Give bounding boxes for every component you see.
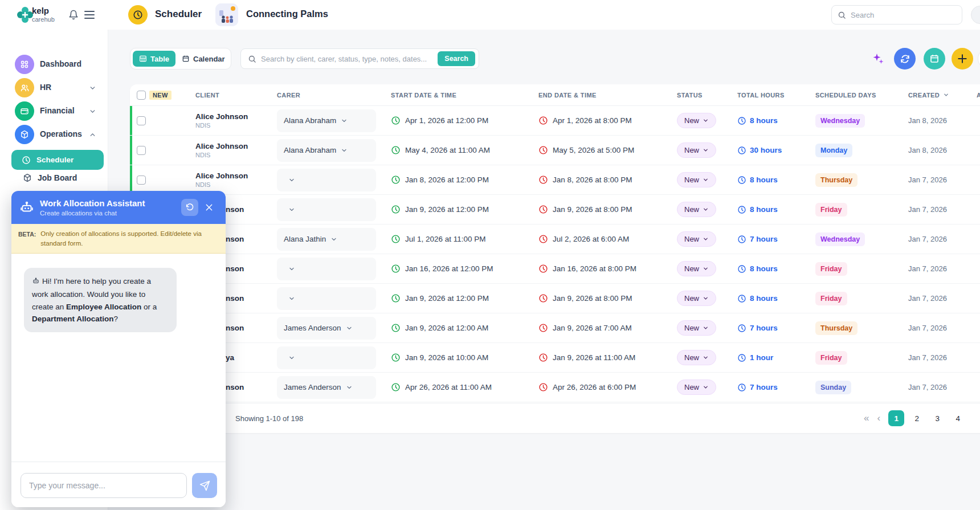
chevron-down-icon bbox=[703, 147, 709, 153]
page-button-2[interactable]: 2 bbox=[909, 410, 925, 426]
carer-select[interactable]: James Anderson bbox=[277, 376, 376, 399]
carer-select[interactable] bbox=[277, 346, 376, 369]
prev-page-button[interactable]: ‹ bbox=[877, 413, 880, 424]
total-hours-cell: 8 hours bbox=[737, 106, 778, 135]
end-clock-icon bbox=[538, 234, 548, 244]
total-hours-cell: 8 hours bbox=[737, 165, 778, 194]
sidebar-item-dashboard[interactable]: Dashboard bbox=[0, 53, 108, 76]
end-datetime-cell: May 5, 2026 at 5:00 PM bbox=[538, 136, 634, 165]
table-search-input[interactable] bbox=[261, 55, 438, 63]
chat-close-button[interactable] bbox=[201, 199, 218, 216]
send-button[interactable] bbox=[192, 473, 217, 498]
calendar-action-button[interactable] bbox=[924, 48, 945, 70]
start-clock-icon bbox=[391, 264, 401, 274]
hours-clock-icon bbox=[737, 294, 746, 303]
select-all-checkbox[interactable] bbox=[137, 84, 146, 105]
status-value: New bbox=[684, 324, 699, 332]
toolbar-partial-button[interactable] bbox=[978, 48, 980, 70]
calendar-view-button[interactable]: Calendar bbox=[175, 51, 231, 67]
total-hours-cell: 8 hours bbox=[737, 254, 778, 283]
hours-clock-icon bbox=[737, 176, 746, 185]
table-row: nson James Anderson Jan 9, 2026 at 12:00… bbox=[130, 313, 980, 343]
topbar-partial-button[interactable] bbox=[971, 6, 980, 24]
refresh-button[interactable] bbox=[894, 48, 916, 70]
global-search bbox=[831, 5, 962, 25]
row-checkbox[interactable] bbox=[137, 136, 146, 165]
sidebar-label-financial: Financial bbox=[40, 106, 75, 115]
created-cell: Jan 7, 2026 bbox=[908, 165, 947, 194]
menu-hamburger-icon[interactable] bbox=[84, 11, 95, 19]
ai-sparkles-icon[interactable] bbox=[867, 48, 889, 70]
start-clock-icon bbox=[391, 145, 401, 155]
status-select[interactable]: New bbox=[677, 113, 716, 128]
carer-select[interactable] bbox=[277, 198, 376, 221]
status-select[interactable]: New bbox=[677, 202, 716, 217]
end-datetime-cell: Apr 1, 2026 at 8:00 PM bbox=[538, 106, 632, 135]
created-cell: Jan 7, 2026 bbox=[908, 195, 947, 224]
end-datetime-cell: Jan 16, 2026 at 8:00 PM bbox=[538, 254, 636, 283]
hours-clock-icon bbox=[737, 116, 746, 125]
status-cell: New bbox=[677, 195, 716, 224]
total-hours-cell: 7 hours bbox=[737, 225, 778, 254]
carer-name: James Anderson bbox=[284, 383, 341, 391]
global-search-input[interactable] bbox=[851, 11, 948, 19]
table-view-button[interactable]: Table bbox=[133, 51, 175, 67]
chevron-down-icon bbox=[703, 384, 709, 390]
status-select[interactable]: New bbox=[677, 380, 716, 395]
beta-notice: BETA: Only creation of allocations is su… bbox=[11, 224, 226, 254]
scheduled-day-cell: Thursday bbox=[815, 313, 858, 342]
sidebar-item-operations[interactable]: Operations bbox=[0, 123, 108, 146]
robot-icon bbox=[32, 276, 40, 288]
start-clock-icon bbox=[391, 175, 401, 185]
carer-select[interactable]: James Anderson bbox=[277, 317, 376, 340]
total-hours-cell: 1 hour bbox=[737, 343, 773, 372]
chevron-down-icon bbox=[89, 84, 96, 92]
client-cell: Alice Johnson NDIS bbox=[195, 106, 248, 135]
client-name: Alice Johnson bbox=[195, 112, 248, 121]
carer-select[interactable]: Alana Abraham bbox=[277, 139, 376, 162]
page-button-4[interactable]: 4 bbox=[950, 410, 966, 426]
page-title: Scheduler bbox=[155, 9, 202, 20]
page-button-1[interactable]: 1 bbox=[888, 410, 904, 426]
row-checkbox[interactable] bbox=[137, 106, 146, 135]
carer-select[interactable] bbox=[277, 258, 376, 280]
sidebar-item-job-board[interactable]: Job Board bbox=[23, 173, 77, 182]
hours-clock-icon bbox=[737, 205, 746, 214]
carer-select[interactable]: Alana Jathin bbox=[277, 228, 376, 251]
chat-reset-button[interactable] bbox=[181, 199, 198, 216]
add-allocation-button[interactable] bbox=[952, 48, 973, 70]
chat-message-input[interactable] bbox=[21, 473, 187, 498]
status-select[interactable]: New bbox=[677, 142, 716, 158]
client-cell: Alice Johnson NDIS bbox=[195, 165, 248, 194]
view-toggle: Table Calendar bbox=[130, 48, 231, 70]
row-checkbox[interactable] bbox=[137, 165, 146, 194]
page-button-3[interactable]: 3 bbox=[929, 410, 945, 426]
status-select[interactable]: New bbox=[677, 291, 716, 306]
sidebar-item-financial[interactable]: Financial bbox=[0, 100, 108, 123]
chevron-down-icon bbox=[703, 177, 709, 183]
end-clock-icon bbox=[538, 293, 548, 303]
status-cell: New bbox=[677, 136, 716, 165]
status-select[interactable]: New bbox=[677, 320, 716, 336]
col-scheduled-days: SCHEDULED DAYS bbox=[815, 84, 876, 105]
status-select[interactable]: New bbox=[677, 172, 716, 187]
scheduled-day-pill: Monday bbox=[815, 144, 852, 157]
scheduled-day-pill: Wednesday bbox=[815, 114, 865, 128]
col-created-sort[interactable]: CREATED bbox=[908, 84, 949, 105]
search-button[interactable]: Search bbox=[438, 51, 475, 66]
sidebar-label-scheduler: Scheduler bbox=[36, 156, 74, 164]
start-clock-icon bbox=[391, 116, 401, 125]
table-search: Search bbox=[240, 48, 479, 69]
carer-select[interactable] bbox=[277, 169, 376, 191]
notifications-bell-icon[interactable] bbox=[68, 10, 79, 20]
first-page-button[interactable]: « bbox=[864, 413, 869, 424]
status-select[interactable]: New bbox=[677, 231, 716, 247]
carer-name: James Anderson bbox=[284, 324, 341, 332]
status-select[interactable]: New bbox=[677, 261, 716, 276]
carer-select[interactable]: Alana Abraham bbox=[277, 109, 376, 132]
status-select[interactable]: New bbox=[677, 350, 716, 365]
sidebar-item-hr[interactable]: HR bbox=[0, 76, 108, 99]
scheduled-day-cell: Monday bbox=[815, 136, 852, 165]
sidebar-item-scheduler[interactable]: Scheduler bbox=[11, 150, 104, 170]
carer-select[interactable] bbox=[277, 287, 376, 310]
